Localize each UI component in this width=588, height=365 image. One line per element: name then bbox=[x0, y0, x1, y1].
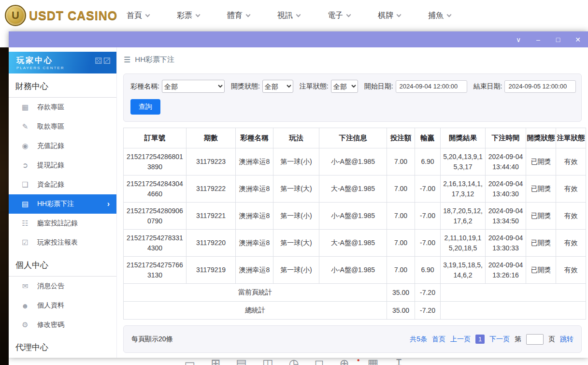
sidebar-item[interactable]: ▦ 存款專區 bbox=[9, 98, 116, 117]
current-page-indicator[interactable]: 1 bbox=[475, 335, 485, 344]
site-logo[interactable]: U USDT CASINO bbox=[5, 5, 117, 26]
cell-lottery-name: 澳洲幸运8 bbox=[236, 230, 273, 257]
cell-order-status: 有效 bbox=[556, 230, 586, 257]
nav-item[interactable]: 電子 bbox=[328, 11, 350, 21]
column-header: 訂單號 bbox=[124, 128, 186, 148]
cell-order-status: 有效 bbox=[556, 148, 586, 175]
summary-row: 總統計 35.00 -7.20 bbox=[124, 302, 586, 320]
prev-page-link[interactable]: 上一页 bbox=[450, 335, 471, 344]
clock-icon[interactable]: ◷ bbox=[289, 357, 299, 365]
sidebar-item[interactable]: ❑ 資金記錄 bbox=[9, 175, 116, 194]
cell-lottery-name: 澳洲幸运8 bbox=[236, 203, 273, 230]
search-button[interactable]: 查詢 bbox=[130, 99, 160, 115]
sidebar-item[interactable]: ✎ 取款專區 bbox=[9, 117, 116, 136]
main-nav: 首頁 彩票 體育 視訊 電子 棋牌 bbox=[127, 0, 451, 31]
cell-draw-status: 已開獎 bbox=[526, 148, 556, 175]
menu-toggle-icon[interactable]: ☰ bbox=[124, 55, 130, 64]
sidebar-item[interactable]: ➲ 提現記錄 bbox=[9, 156, 116, 175]
lottery-name-label: 彩種名稱: bbox=[130, 82, 159, 91]
order-status-select[interactable]: 全部 bbox=[331, 80, 358, 93]
nav-item[interactable]: 體育 bbox=[227, 11, 250, 21]
filter-panel: 彩種名稱: 全部 開獎狀態: 全部 注單狀態: bbox=[123, 73, 582, 122]
cell-bet-info: 小-A盤@1.985 bbox=[319, 148, 387, 175]
summary-row: 當前頁統計 35.00 -7.20 bbox=[124, 284, 586, 302]
cashout-record-icon: ➲ bbox=[20, 161, 30, 170]
cell-order-status: 有效 bbox=[556, 203, 586, 230]
circle-icon[interactable]: ◻ bbox=[315, 357, 324, 365]
sidebar-item[interactable]: ⚙ 修改密碼 bbox=[9, 315, 116, 335]
cell-period: 31179219 bbox=[186, 257, 236, 284]
jump-button[interactable]: 跳转 bbox=[560, 335, 574, 344]
end-date-input[interactable] bbox=[504, 80, 576, 93]
summary-bet-total: 35.00 bbox=[387, 302, 415, 320]
coin-logo-icon: U bbox=[5, 5, 26, 26]
cell-order-number: 2152172542757663130 bbox=[124, 257, 186, 284]
cell-play-type: 第一球(小) bbox=[273, 257, 319, 284]
lottery-name-select[interactable]: 全部 bbox=[162, 80, 225, 93]
cell-period: 31179223 bbox=[186, 148, 236, 175]
sidebar-item[interactable]: ◉ 充值記錄 bbox=[9, 136, 116, 156]
nav-item[interactable]: 棋牌 bbox=[378, 11, 401, 21]
sidebar-item[interactable]: ☻ 個人資料 bbox=[9, 296, 116, 315]
window-close-icon[interactable]: ✕ bbox=[574, 36, 581, 43]
nav-item[interactable]: 首頁 bbox=[127, 11, 149, 21]
main-panel: ☰ HH彩票下注 彩種名稱: 全部 開獎狀態: bbox=[117, 47, 588, 358]
sidebar-item[interactable]: ☑ 玩家投注報表 bbox=[9, 233, 116, 252]
sidebar-item[interactable]: ☷ 廳室投註記錄 bbox=[9, 214, 116, 233]
cell-draw-status: 已開獎 bbox=[526, 175, 556, 203]
sidebar-item[interactable]: ▤ HH彩票下注 › bbox=[9, 194, 116, 214]
grid-icon[interactable]: ▦ bbox=[368, 357, 379, 365]
chevron-right-icon: › bbox=[107, 200, 110, 208]
nav-item[interactable]: 捕魚 bbox=[428, 11, 451, 21]
cell-period: 31179220 bbox=[186, 230, 236, 257]
window-maximize-icon[interactable]: □ bbox=[555, 36, 561, 43]
summary-label: 總統計 bbox=[124, 302, 387, 320]
start-date-input[interactable] bbox=[396, 80, 467, 93]
window-titlebar: ∨ – □ ✕ bbox=[9, 31, 588, 47]
cell-draw-status: 已開獎 bbox=[526, 257, 556, 284]
order-status-label: 注單狀態: bbox=[300, 82, 329, 91]
cell-period: 31179221 bbox=[186, 203, 236, 230]
lottery-bet-icon: ▤ bbox=[20, 200, 30, 208]
nav-item[interactable]: 視訊 bbox=[277, 11, 300, 21]
download-icon[interactable]: ↧ bbox=[394, 357, 403, 365]
draw-status-select[interactable]: 全部 bbox=[262, 80, 293, 93]
cell-play-type: 第一球(大) bbox=[273, 230, 319, 257]
nav-item[interactable]: 彩票 bbox=[177, 11, 200, 21]
cell-bet-amount: 7.00 bbox=[387, 175, 415, 203]
chevron-down-icon bbox=[296, 13, 301, 17]
card-icon[interactable]: ◫ bbox=[262, 357, 273, 365]
window-collapse-icon[interactable]: ∨ bbox=[515, 36, 522, 43]
column-header: 彩種名稱 bbox=[236, 128, 273, 148]
next-page-link[interactable]: 下一页 bbox=[489, 335, 510, 344]
monitor-icon[interactable]: ▭ bbox=[185, 357, 196, 365]
window-minimize-icon[interactable]: – bbox=[535, 36, 542, 43]
page-jump-input[interactable] bbox=[526, 334, 544, 345]
column-header: 下注時間 bbox=[486, 128, 526, 148]
wallet-icon[interactable]: ▤ bbox=[236, 357, 247, 365]
cell-lottery-name: 澳洲幸运8 bbox=[236, 148, 273, 175]
end-date-label: 結束日期: bbox=[473, 82, 502, 91]
cell-draw-result: 18,7,20,5,12,17,6,2 bbox=[441, 203, 486, 230]
sidebar-section-agent: 代理中心 bbox=[9, 335, 116, 358]
chevron-down-icon bbox=[397, 13, 402, 17]
calendar-icon[interactable]: ⊞ bbox=[211, 357, 220, 365]
cell-bet-time: 2024-09-04 13:26:16 bbox=[486, 257, 526, 284]
content-area: 彩種名稱: 全部 開獎狀態: 全部 注單狀態: bbox=[117, 72, 588, 353]
column-header: 玩法 bbox=[273, 128, 319, 148]
plus-circle-icon[interactable]: ⊕ bbox=[340, 357, 349, 365]
cell-bet-time: 2024-09-04 13:34:50 bbox=[486, 203, 526, 230]
sidebar-item[interactable]: ✉ 消息公告 bbox=[9, 277, 116, 296]
bets-table: 訂單號 期數 彩種名稱 玩法 下注信息 投注額 bbox=[123, 128, 586, 320]
cell-order-number: 2152172542843044660 bbox=[124, 175, 186, 203]
per-page-label: 每頁顯示20條 bbox=[131, 335, 173, 344]
sidebar-section-finance: 財務中心 bbox=[9, 73, 116, 98]
first-page-link[interactable]: 首页 bbox=[432, 335, 445, 344]
cell-order-status: 有效 bbox=[556, 257, 586, 284]
top-navigation: U USDT CASINO 首頁 彩票 體育 視訊 bbox=[0, 0, 588, 31]
table-row: 2152172542809060790 31179221 澳洲幸运8 第一球(小… bbox=[124, 203, 586, 230]
cell-draw-status: 已開獎 bbox=[526, 203, 556, 230]
cell-win-loss: -7.00 bbox=[415, 230, 441, 257]
notification-dot-icon[interactable]: ● bbox=[357, 357, 360, 364]
cell-bet-amount: 7.00 bbox=[387, 148, 415, 175]
